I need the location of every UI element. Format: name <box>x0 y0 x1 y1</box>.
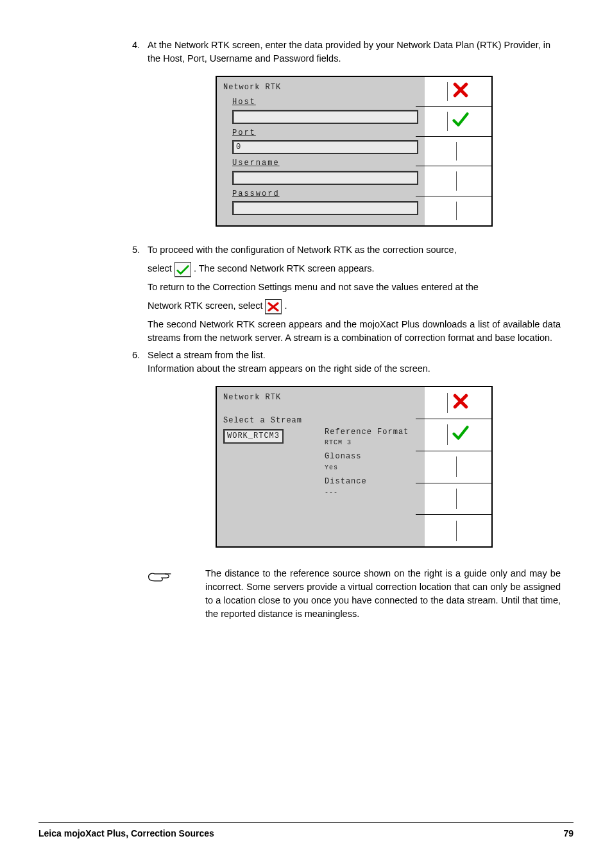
glonass-value: Yes <box>325 464 418 473</box>
step-5: 5. To proceed with the configuration of … <box>148 243 561 345</box>
host-input[interactable] <box>232 110 418 124</box>
softkey-4 <box>425 166 491 196</box>
select-stream-label: Select a Stream <box>223 415 317 426</box>
inline-cancel-icon <box>265 299 282 314</box>
username-label: Username <box>232 158 418 169</box>
step-5-line2a: select <box>148 263 174 273</box>
softkey-3b <box>425 451 491 483</box>
password-label: Password <box>232 189 418 200</box>
step-6-line2: Information about the stream appears on … <box>148 362 561 376</box>
cancel-softkey-2[interactable] <box>425 387 491 419</box>
softkey-5 <box>425 196 491 225</box>
port-label: Port <box>232 128 418 139</box>
step-5-line2b: . The second Network RTK screen appears. <box>194 263 375 273</box>
footer-title: Leica mojoXact Plus, Correction Sources <box>38 828 214 838</box>
cancel-icon <box>452 392 470 414</box>
footer-page-number: 79 <box>563 828 574 838</box>
step-5-number: 5. <box>132 243 140 257</box>
stream-select[interactable]: WORK_RTCM3 <box>223 429 284 444</box>
step-4: 4. At the Network RTK screen, enter the … <box>148 39 561 65</box>
page-footer: Leica mojoXact Plus, Correction Sources … <box>38 822 574 838</box>
inline-check-icon <box>174 262 191 277</box>
distance-value: --- <box>325 489 418 498</box>
screen2-title: Network RTK <box>223 392 418 403</box>
ref-format-value: RTCM 3 <box>325 438 418 448</box>
step-5-line4a: Network RTK screen, select <box>148 300 265 311</box>
step-4-number: 4. <box>132 39 140 52</box>
screenshot-network-rtk-stream: Network RTK Select a Stream WORK_RTCM3 R… <box>148 386 561 548</box>
hand-point-icon <box>148 567 205 621</box>
port-input[interactable]: 0 <box>232 140 418 154</box>
step-5-line4b: . <box>285 300 287 311</box>
softkey-3 <box>425 137 491 166</box>
ref-format-label: Reference Format <box>325 427 418 438</box>
softkey-4b <box>425 483 491 516</box>
step-6: 6. Select a stream from the list. Inform… <box>148 349 561 376</box>
confirm-icon <box>452 110 470 132</box>
host-label: Host <box>232 97 418 108</box>
note-text: The distance to the reference source sho… <box>205 567 561 621</box>
screenshot-network-rtk-fields: Network RTK Host Port 0 Username Passwor… <box>148 76 561 227</box>
step-5-line3: To return to the Correction Settings men… <box>148 281 561 294</box>
confirm-softkey-2[interactable] <box>425 419 491 451</box>
step-4-text: At the Network RTK screen, enter the dat… <box>148 40 550 64</box>
cancel-icon <box>452 81 470 103</box>
step-6-number: 6. <box>132 349 140 362</box>
password-input[interactable] <box>232 201 418 215</box>
glonass-label: Glonass <box>325 451 418 462</box>
distance-label: Distance <box>325 476 418 487</box>
confirm-icon <box>452 424 470 446</box>
cancel-softkey[interactable] <box>425 77 491 107</box>
step-6-line1: Select a stream from the list. <box>148 349 561 362</box>
step-5-line1: To proceed with the configuration of Net… <box>148 243 561 257</box>
note-block: The distance to the reference source sho… <box>38 567 574 621</box>
username-input[interactable] <box>232 171 418 185</box>
confirm-softkey[interactable] <box>425 107 491 136</box>
screen1-title: Network RTK <box>223 82 418 93</box>
step-5-line5: The second Network RTK screen appears an… <box>148 318 561 345</box>
softkey-5b <box>425 515 491 546</box>
